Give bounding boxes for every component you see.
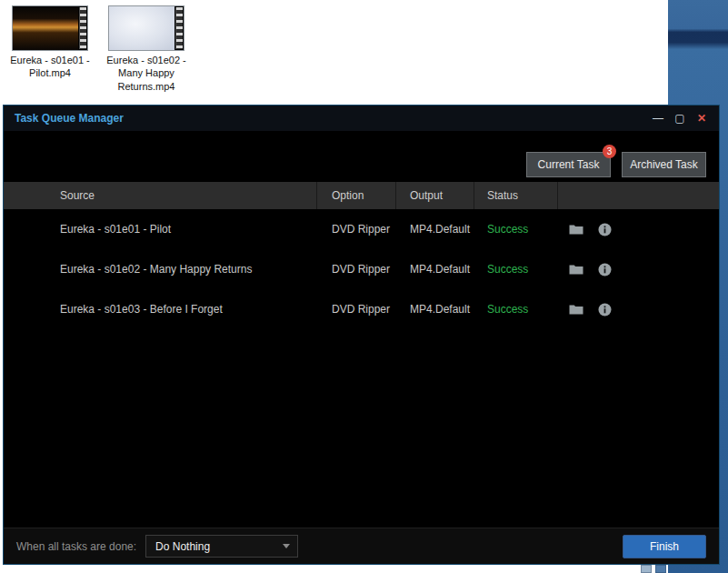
current-task-count-badge: 3 bbox=[603, 145, 616, 158]
row-source: Eureka - s01e03 - Before I Forget bbox=[4, 303, 317, 316]
file-name-label: Eureka - s01e01 - Pilot.mp4 bbox=[5, 54, 95, 80]
row-source: Eureka - s01e02 - Many Happy Returns bbox=[4, 263, 317, 276]
row-actions bbox=[558, 223, 719, 236]
tab-archived-task-label: Archived Task bbox=[630, 158, 697, 171]
tray-icon[interactable] bbox=[641, 565, 652, 573]
header-actions bbox=[558, 182, 719, 209]
table-row[interactable]: Eureka - s01e03 - Before I Forget DVD Ri… bbox=[4, 289, 719, 329]
window-title: Task Queue Manager bbox=[4, 112, 124, 125]
row-output: MP4.Default bbox=[396, 263, 474, 276]
tab-current-task[interactable]: Current Task 3 bbox=[526, 152, 611, 177]
table-header-row: Source Option Output Status bbox=[4, 182, 719, 209]
info-icon[interactable] bbox=[598, 263, 612, 276]
chevron-down-icon bbox=[283, 544, 290, 548]
task-tabs-bar: Current Task 3 Archived Task bbox=[4, 131, 719, 182]
table-row[interactable]: Eureka - s01e01 - Pilot DVD Ripper MP4.D… bbox=[4, 209, 719, 249]
header-output: Output bbox=[396, 182, 474, 209]
task-queue-manager-window: Task Queue Manager — ▢ ✕ Current Task 3 … bbox=[3, 105, 720, 565]
file-item-eureka-s01e01[interactable]: Eureka - s01e01 - Pilot.mp4 bbox=[5, 5, 95, 80]
tray-icon[interactable] bbox=[655, 565, 666, 573]
thumbnail-art bbox=[13, 6, 78, 50]
row-actions bbox=[558, 303, 719, 317]
row-actions bbox=[558, 263, 719, 276]
row-source: Eureka - s01e01 - Pilot bbox=[4, 223, 317, 236]
taskbar-tray-icons[interactable] bbox=[641, 564, 666, 573]
screen: Eureka - s01e01 - Pilot.mp4 Eureka - s01… bbox=[0, 0, 728, 573]
filmstrip-sprockets-icon bbox=[175, 7, 183, 49]
row-option: DVD Ripper bbox=[317, 223, 396, 236]
row-output: MP4.Default bbox=[396, 303, 474, 316]
when-done-label: When all tasks are done: bbox=[4, 540, 136, 553]
filmstrip-sprockets-icon bbox=[79, 7, 86, 49]
window-controls: — ▢ ✕ bbox=[650, 112, 719, 125]
table-row[interactable]: Eureka - s01e02 - Many Happy Returns DVD… bbox=[4, 249, 719, 289]
tab-current-task-label: Current Task bbox=[538, 158, 600, 171]
file-item-eureka-s01e02[interactable]: Eureka - s01e02 - Many Happy Returns.mp4 bbox=[102, 5, 191, 93]
window-footer: When all tasks are done: Do Nothing Fini… bbox=[4, 528, 719, 564]
header-option: Option bbox=[317, 182, 396, 209]
open-folder-icon[interactable] bbox=[569, 304, 583, 315]
window-titlebar[interactable]: Task Queue Manager — ▢ ✕ bbox=[4, 106, 719, 131]
row-output: MP4.Default bbox=[396, 223, 474, 236]
header-status: Status bbox=[474, 182, 558, 209]
row-status: Success bbox=[474, 223, 558, 236]
tab-archived-task[interactable]: Archived Task bbox=[622, 152, 706, 177]
when-done-dropdown-value: Do Nothing bbox=[155, 540, 210, 553]
finish-button[interactable]: Finish bbox=[623, 535, 706, 558]
info-icon[interactable] bbox=[598, 223, 612, 236]
video-thumbnail bbox=[108, 5, 184, 51]
open-folder-icon[interactable] bbox=[569, 224, 583, 235]
when-done-dropdown[interactable]: Do Nothing bbox=[145, 535, 298, 558]
row-option: DVD Ripper bbox=[317, 303, 396, 316]
video-thumbnail bbox=[12, 5, 88, 51]
info-icon[interactable] bbox=[598, 303, 612, 317]
row-status: Success bbox=[474, 303, 558, 316]
row-status: Success bbox=[474, 263, 558, 276]
file-name-label: Eureka - s01e02 - Many Happy Returns.mp4 bbox=[102, 54, 191, 93]
open-folder-icon[interactable] bbox=[569, 264, 583, 275]
minimize-button[interactable]: — bbox=[650, 112, 666, 125]
thumbnail-art bbox=[109, 6, 175, 50]
maximize-button[interactable]: ▢ bbox=[672, 112, 688, 125]
header-source: Source bbox=[4, 182, 317, 209]
row-option: DVD Ripper bbox=[317, 263, 396, 276]
close-button[interactable]: ✕ bbox=[693, 112, 710, 125]
